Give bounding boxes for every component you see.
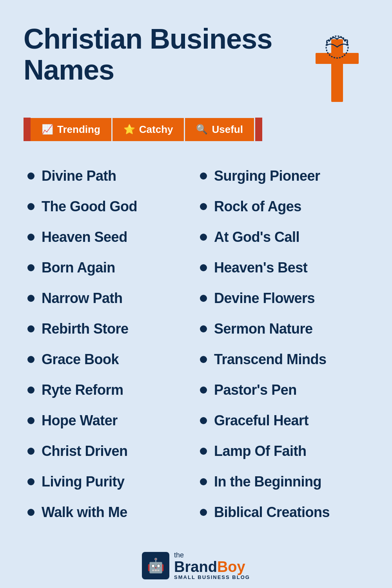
tab-accent-right <box>255 118 262 141</box>
item-label: Hope Water <box>42 412 118 429</box>
list-item: Divine Path <box>24 161 196 191</box>
item-label: Walk with Me <box>42 504 127 521</box>
tab-accent-left <box>24 118 31 141</box>
list-item: Lamp Of Faith <box>196 436 368 466</box>
item-label: Ryte Reform <box>42 382 123 398</box>
list-item: Surging Pioneer <box>196 161 368 191</box>
list-item: Transcend Minds <box>196 344 368 375</box>
bullet-dot <box>200 234 207 241</box>
brandboy-logo-icon: 🤖 <box>142 552 169 579</box>
bullet-dot <box>27 448 34 455</box>
list-item: Christ Driven <box>24 436 196 466</box>
bullet-dot <box>27 325 34 332</box>
page-title: Christian Business Names <box>24 24 314 85</box>
item-label: Living Purity <box>42 474 125 490</box>
bullet-dot <box>27 478 34 485</box>
list-item: Pastor's Pen <box>196 375 368 405</box>
list-item: Graceful Heart <box>196 405 368 436</box>
cross-icon <box>314 27 361 106</box>
tab-catchy-label: Catchy <box>139 123 173 136</box>
tab-useful[interactable]: 🔍 Useful <box>185 118 255 141</box>
bullet-dot <box>27 264 34 271</box>
trending-icon: 📈 <box>42 124 53 135</box>
bullet-dot <box>200 448 207 455</box>
list-item: At God's Call <box>196 222 368 252</box>
item-label: Sermon Nature <box>214 321 313 337</box>
bullet-dot <box>200 264 207 271</box>
list-item: Devine Flowers <box>196 283 368 314</box>
item-label: Lamp Of Faith <box>214 443 307 459</box>
list-item: The Good God <box>24 191 196 222</box>
list-item: Ryte Reform <box>24 375 196 405</box>
page-wrapper: Christian Business Names 📈 Trending <box>0 0 392 588</box>
tab-trending-label: Trending <box>57 123 100 136</box>
item-label: Heaven's Best <box>214 260 307 276</box>
right-column: Surging Pioneer Rock of Ages At God's Ca… <box>196 161 368 528</box>
bullet-dot <box>200 325 207 332</box>
tabs-bar: 📈 Trending ⭐ Catchy 🔍 Useful <box>24 118 368 141</box>
bullet-dot <box>200 172 207 180</box>
item-label: Grace Book <box>42 351 119 368</box>
tab-catchy[interactable]: ⭐ Catchy <box>113 118 185 141</box>
item-label: Surging Pioneer <box>214 168 320 184</box>
bullet-dot <box>200 203 207 210</box>
bullet-dot <box>27 417 34 424</box>
useful-icon: 🔍 <box>196 124 208 135</box>
footer-logo: 🤖 the BrandBoy SMALL BUSINESS BLOG <box>24 551 368 580</box>
item-label: Christ Driven <box>42 443 128 459</box>
bullet-dot <box>200 387 207 394</box>
item-label: Biblical Creations <box>214 504 330 521</box>
list-item: Born Again <box>24 252 196 283</box>
title-block: Christian Business Names <box>24 24 314 85</box>
bullet-dot <box>200 478 207 485</box>
bullet-dot <box>200 295 207 302</box>
item-label: Transcend Minds <box>214 351 327 368</box>
item-label: Devine Flowers <box>214 290 315 307</box>
bullet-dot <box>200 509 207 516</box>
list-item: Biblical Creations <box>196 497 368 528</box>
brandboy-logo-text: the BrandBoy SMALL BUSINESS BLOG <box>174 551 250 580</box>
item-label: In the Beginning <box>214 474 321 490</box>
list-item: Walk with Me <box>24 497 196 528</box>
item-label: At God's Call <box>214 229 299 245</box>
bullet-dot <box>200 417 207 424</box>
list-item: Rock of Ages <box>196 191 368 222</box>
list-item: Heaven Seed <box>24 222 196 252</box>
svg-rect-0 <box>331 39 343 102</box>
bullet-dot <box>27 234 34 241</box>
bullet-dot <box>27 356 34 363</box>
list-item: Narrow Path <box>24 283 196 314</box>
tab-useful-label: Useful <box>212 123 243 136</box>
logo-brand: BrandBoy <box>174 559 245 574</box>
header-section: Christian Business Names <box>24 24 368 106</box>
content-section: Divine Path The Good God Heaven Seed Bor… <box>24 161 368 528</box>
logo-the: the <box>174 551 184 559</box>
item-label: The Good God <box>42 198 137 215</box>
logo-tagline: SMALL BUSINESS BLOG <box>174 574 250 580</box>
item-label: Rock of Ages <box>214 198 301 215</box>
list-item: Living Purity <box>24 466 196 497</box>
bullet-dot <box>27 203 34 210</box>
bullet-dot <box>27 172 34 180</box>
item-label: Heaven Seed <box>42 229 127 245</box>
list-item: Heaven's Best <box>196 252 368 283</box>
bullet-dot <box>27 387 34 394</box>
catchy-icon: ⭐ <box>123 124 135 135</box>
item-label: Rebirth Store <box>42 321 129 337</box>
item-label: Narrow Path <box>42 290 123 307</box>
item-label: Graceful Heart <box>214 412 309 429</box>
item-label: Born Again <box>42 260 115 276</box>
list-item: Sermon Nature <box>196 314 368 344</box>
tab-trending[interactable]: 📈 Trending <box>31 118 113 141</box>
left-column: Divine Path The Good God Heaven Seed Bor… <box>24 161 196 528</box>
list-item: Rebirth Store <box>24 314 196 344</box>
list-item: Grace Book <box>24 344 196 375</box>
cross-icon-wrapper <box>314 24 368 106</box>
bullet-dot <box>27 509 34 516</box>
list-item: In the Beginning <box>196 466 368 497</box>
bullet-dot <box>200 356 207 363</box>
bullet-dot <box>27 295 34 302</box>
item-label: Pastor's Pen <box>214 382 297 398</box>
item-label: Divine Path <box>42 168 116 184</box>
list-item: Hope Water <box>24 405 196 436</box>
